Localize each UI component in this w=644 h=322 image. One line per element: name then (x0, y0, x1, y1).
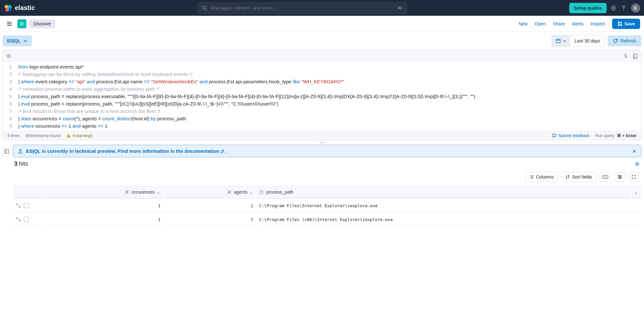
chevron-down-icon: ⌄ (249, 189, 253, 195)
banner-close-button[interactable] (632, 149, 637, 153)
submit-feedback-link[interactable]: Submit feedback (552, 133, 590, 138)
search-icon (202, 5, 207, 11)
svg-rect-9 (634, 54, 637, 58)
list-icon (529, 175, 534, 179)
refresh-button[interactable]: Refresh (608, 35, 641, 46)
svg-point-4 (202, 6, 206, 9)
chevron-down-icon (563, 39, 566, 43)
date-range-label: Last 30 days (570, 35, 605, 46)
setup-guides-button[interactable]: Setup guides (569, 3, 607, 13)
banner-text[interactable]: ES|QL is currently in technical preview.… (26, 148, 219, 154)
column-header-process-path[interactable]: t process_path (259, 189, 629, 195)
help-icon[interactable] (621, 5, 627, 11)
svg-point-7 (623, 6, 624, 6)
fullscreen-button[interactable] (629, 172, 639, 182)
sort-fields-button[interactable]: Sort fields (561, 172, 596, 182)
svg-point-6 (612, 7, 614, 9)
column-header-agents[interactable]: # agents ⌄ (166, 189, 253, 195)
elastic-logo-icon (4, 4, 12, 12)
editor-menu-icon[interactable] (6, 53, 11, 59)
svg-point-13 (619, 175, 620, 176)
hits-count: 3 hits (14, 161, 28, 167)
nav-menu-button[interactable] (4, 18, 15, 29)
open-button[interactable]: Open (535, 21, 546, 26)
sort-icon (565, 175, 570, 179)
newsfeed-icon[interactable] (610, 5, 616, 11)
chat-icon (552, 133, 557, 138)
alerts-button[interactable]: Alerts (572, 21, 583, 26)
inspect-button[interactable]: Inspect (591, 21, 605, 26)
docs-icon[interactable] (633, 53, 638, 59)
refresh-icon (613, 38, 618, 43)
row-checkbox[interactable] (24, 203, 29, 208)
app-name-chip[interactable]: Discover (29, 19, 55, 28)
resize-handle[interactable]: ══ (0, 140, 644, 145)
warnings-badge[interactable]: 4 warnings (66, 133, 93, 138)
line-gutter: 123456789 (3, 62, 15, 131)
svg-rect-12 (603, 175, 608, 179)
svg-point-5 (611, 6, 616, 10)
search-kbd-hint: ⌘/ (398, 6, 402, 10)
brand-name: elastic (15, 4, 35, 12)
number-type-icon: # (124, 190, 130, 195)
text-type-icon: t (259, 190, 264, 195)
global-search-input[interactable] (210, 5, 395, 11)
line-count: 9 lines (7, 133, 20, 138)
preview-banner: ES|QL is currently in technical preview.… (13, 145, 641, 157)
expand-icon[interactable] (16, 217, 21, 222)
timestamp-status: @timestamp found (25, 133, 61, 138)
beaker-icon (18, 149, 23, 154)
svg-point-2 (5, 8, 9, 12)
calendar-icon (556, 38, 561, 43)
keyboard-icon-button[interactable] (600, 172, 611, 182)
esql-mode-button[interactable]: ES|QL (3, 35, 32, 46)
brand-logo[interactable]: elastic (4, 4, 35, 12)
svg-point-3 (9, 8, 11, 11)
app-badge: D (17, 19, 26, 28)
run-query-hint: Run query ⌘ + Enter (595, 133, 637, 138)
new-button[interactable]: New (519, 21, 528, 26)
svg-rect-10 (5, 150, 9, 153)
close-icon (632, 149, 637, 153)
svg-point-14 (620, 177, 621, 178)
chevron-down-icon (23, 39, 27, 43)
expand-icon[interactable] (16, 203, 21, 208)
svg-point-15 (619, 178, 620, 179)
fields-sidebar-toggle[interactable] (3, 147, 11, 156)
global-search[interactable]: ⌘/ (197, 2, 407, 14)
save-button[interactable]: Save (612, 19, 640, 29)
share-button[interactable]: Share (553, 21, 565, 26)
code-editor[interactable]: from logs-endpoint.events.api* /* keylog… (15, 62, 641, 131)
column-header-occurences[interactable]: # occurences ⌄ (46, 189, 160, 195)
external-link-icon (220, 150, 224, 153)
svg-rect-8 (556, 39, 560, 43)
warning-icon (66, 133, 71, 138)
chevron-down-icon: ⌄ (157, 189, 160, 195)
display-options-button[interactable] (614, 172, 625, 182)
chevron-down-icon[interactable]: ⌄ (634, 189, 638, 195)
svg-point-11 (636, 163, 638, 165)
user-avatar[interactable]: E (631, 4, 640, 13)
table-row[interactable]: 1 1 C:\Program Files\Internet Explorer\i… (14, 199, 641, 212)
table-settings-icon[interactable] (634, 161, 640, 167)
results-table: # occurences ⌄ # agents ⌄ (13, 185, 641, 227)
columns-button[interactable]: Columns (525, 172, 558, 182)
date-picker[interactable]: Last 30 days (552, 35, 605, 47)
row-checkbox[interactable] (24, 217, 29, 222)
number-type-icon: # (227, 190, 232, 195)
table-row[interactable]: 1 1 C:\Program Files (x86)\Internet Expl… (14, 213, 641, 226)
collapse-icon[interactable] (623, 53, 628, 59)
save-icon (617, 21, 622, 26)
